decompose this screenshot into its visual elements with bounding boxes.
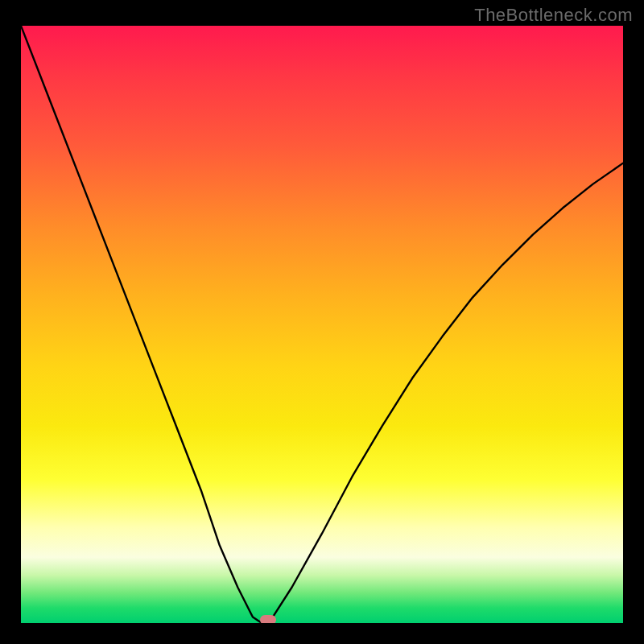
plot-area <box>21 26 623 623</box>
watermark-text: TheBottleneck.com <box>474 5 633 26</box>
curve-layer <box>21 26 623 623</box>
chart-frame: TheBottleneck.com <box>0 0 644 644</box>
bottleneck-curve-path <box>21 26 623 623</box>
min-point-marker <box>260 615 276 623</box>
